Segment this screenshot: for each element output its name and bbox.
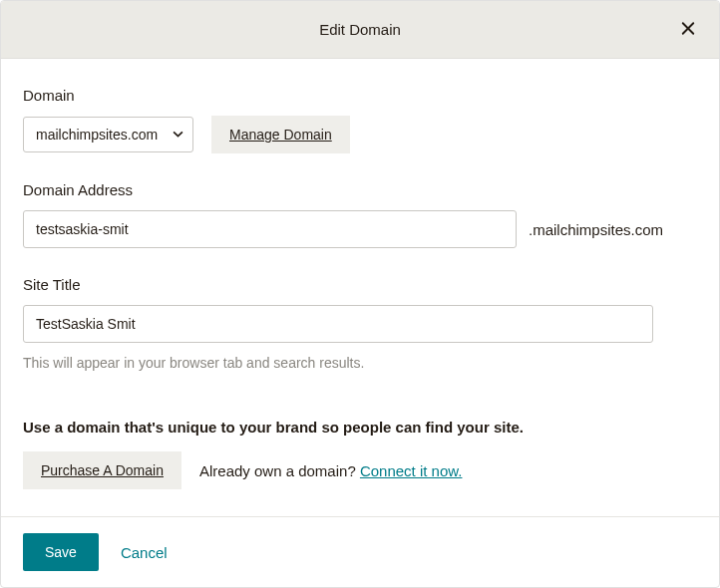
domain-address-row: .mailchimpsites.com bbox=[23, 210, 697, 248]
domain-select-wrapper: mailchimpsites.com bbox=[23, 117, 193, 152]
connect-domain-link[interactable]: Connect it now. bbox=[360, 462, 463, 479]
promo-row: Purchase A Domain Already own a domain? … bbox=[23, 451, 697, 489]
domain-address-input[interactable] bbox=[23, 210, 517, 248]
promo-heading: Use a domain that's unique to your brand… bbox=[23, 419, 697, 436]
site-title-input[interactable] bbox=[23, 305, 653, 343]
site-title-label: Site Title bbox=[23, 276, 697, 293]
site-title-help-text: This will appear in your browser tab and… bbox=[23, 355, 697, 371]
domain-label: Domain bbox=[23, 87, 697, 104]
cancel-button[interactable]: Cancel bbox=[121, 544, 168, 561]
save-button[interactable]: Save bbox=[23, 533, 99, 571]
close-icon bbox=[679, 25, 697, 40]
domain-suffix: .mailchimpsites.com bbox=[529, 221, 663, 238]
already-own-text: Already own a domain? bbox=[199, 462, 360, 479]
domain-address-label: Domain Address bbox=[23, 181, 697, 198]
promo-connect-text: Already own a domain? Connect it now. bbox=[199, 462, 463, 479]
site-title-section: Site Title bbox=[23, 276, 697, 343]
modal-header: Edit Domain bbox=[1, 1, 719, 59]
modal-body: Domain mailchimpsites.com Manage Domain … bbox=[1, 59, 719, 516]
modal-footer: Save Cancel bbox=[1, 516, 719, 587]
modal-title: Edit Domain bbox=[319, 21, 401, 38]
domain-select[interactable]: mailchimpsites.com bbox=[23, 117, 193, 152]
purchase-domain-button[interactable]: Purchase A Domain bbox=[23, 451, 181, 489]
edit-domain-modal: Edit Domain Domain mailchimpsites.com bbox=[0, 0, 720, 588]
manage-domain-button[interactable]: Manage Domain bbox=[211, 116, 350, 153]
close-button[interactable] bbox=[675, 15, 701, 44]
domain-row: mailchimpsites.com Manage Domain bbox=[23, 116, 697, 153]
